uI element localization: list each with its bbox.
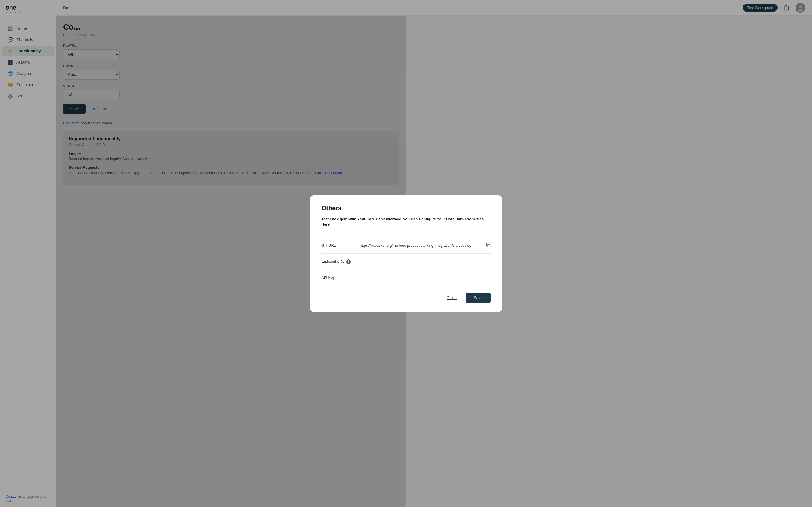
endpoint-url-input-wrapper [360,258,406,265]
modal-title: Others [321,205,406,212]
git-url-input-wrapper [360,242,406,249]
modal-overlay[interactable]: Others Test The Agent With Your Core Ban… [0,0,406,507]
endpoint-url-label: Endpoint URL i [321,259,355,264]
api-key-input-wrapper [360,274,406,281]
git-url-label: GIT URL [321,243,355,247]
modal: Others Test The Agent With Your Core Ban… [310,195,406,312]
api-key-label: API Key [321,276,355,280]
info-icon[interactable]: i [346,260,351,264]
modal-actions: Close Save [321,293,406,303]
modal-description: Test The Agent With Your Core Bank Inter… [321,216,406,232]
api-key-input[interactable] [360,274,406,281]
git-url-input[interactable] [360,242,406,249]
endpoint-url-field: Endpoint URL i [321,254,406,270]
endpoint-url-input[interactable] [360,258,406,265]
api-key-field: API Key [321,270,406,286]
git-url-field: GIT URL [321,238,406,254]
